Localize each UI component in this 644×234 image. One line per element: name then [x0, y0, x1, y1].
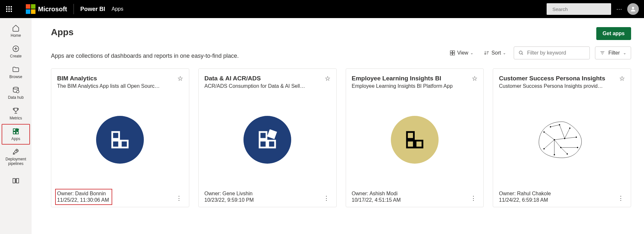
- svg-rect-35: [416, 141, 422, 148]
- app-card-owner: Owner: Gene Livshin: [204, 191, 254, 197]
- app-card-more-button[interactable]: ⋮: [469, 193, 478, 203]
- svg-rect-29: [260, 132, 266, 139]
- apps-card-grid: BIM AnalyticsThe BIM Analytics App lists…: [51, 68, 631, 207]
- svg-rect-12: [16, 128, 19, 131]
- svg-rect-30: [260, 141, 266, 148]
- filter-icon: [600, 50, 605, 56]
- book-open-icon: [12, 177, 20, 185]
- app-card-title: Employee Learning Insights BI: [352, 75, 453, 83]
- view-dropdown[interactable]: View ⌄: [447, 48, 476, 58]
- microsoft-logo: Microsoft: [26, 4, 67, 14]
- svg-point-7: [16, 90, 19, 93]
- app-card-timestamp: 11/25/22, 11:30:06 AM: [57, 197, 109, 203]
- app-card-description: Customer Success Persona Insights provid…: [499, 83, 605, 89]
- app-card-description: ACR/ADS Consumption for Data & AI Sell…: [204, 83, 305, 89]
- header-separator: [74, 4, 74, 14]
- app-card-timestamp: 11/24/22, 6:59:18 AM: [499, 197, 551, 203]
- nav-metrics[interactable]: Metrics: [2, 103, 30, 124]
- filter-button[interactable]: Filter ⌄: [595, 46, 631, 59]
- app-card-thumbnail: [57, 89, 183, 191]
- nav-create-label: Create: [10, 54, 22, 58]
- app-card-more-button[interactable]: ⋮: [175, 193, 183, 203]
- sort-label: Sort: [491, 50, 501, 56]
- folder-icon: [12, 66, 20, 73]
- app-card-more-button[interactable]: ⋮: [617, 193, 625, 203]
- nav-home-label: Home: [11, 33, 21, 38]
- nav-deployment-pipelines[interactable]: Deployment pipelines: [2, 145, 30, 169]
- page-subtitle: Apps are collections of dashboards and r…: [51, 53, 239, 59]
- home-icon: [12, 24, 20, 32]
- page-title: Apps: [51, 27, 74, 37]
- header-more-button[interactable]: ⋯: [616, 5, 622, 13]
- svg-line-58: [554, 140, 561, 148]
- app-icon: [243, 116, 291, 164]
- app-card[interactable]: BIM AnalyticsThe BIM Analytics App lists…: [51, 68, 189, 207]
- main-content: Apps Get apps Apps are collections of da…: [32, 18, 644, 234]
- breadcrumb[interactable]: Apps: [112, 6, 123, 12]
- rocket-icon: [12, 148, 20, 156]
- product-brand[interactable]: Power BI: [80, 6, 105, 13]
- svg-rect-34: [407, 141, 414, 148]
- app-card[interactable]: Customer Success Persona InsightsCustome…: [493, 68, 631, 207]
- view-label: View: [457, 50, 468, 56]
- svg-rect-32: [268, 130, 276, 138]
- nav-metrics-label: Metrics: [10, 116, 22, 120]
- favorite-star-button[interactable]: ☆: [472, 75, 478, 82]
- app-card-thumbnail: [352, 89, 478, 191]
- app-card[interactable]: Employee Learning Insights BIEmployee Le…: [346, 68, 484, 207]
- apps-icon: [12, 127, 20, 135]
- chevron-down-icon: ⌄: [503, 51, 506, 55]
- app-launcher-button[interactable]: [0, 0, 18, 18]
- nav-data-hub-label: Data hub: [8, 95, 24, 100]
- svg-point-21: [519, 51, 522, 54]
- favorite-star-button[interactable]: ☆: [177, 75, 183, 82]
- app-card[interactable]: Data & AI ACR/ADSACR/ADS Consumption for…: [198, 68, 337, 207]
- nav-create[interactable]: Create: [2, 41, 30, 62]
- plus-circle-icon: [12, 45, 20, 53]
- global-search[interactable]: [547, 3, 611, 15]
- favorite-star-button[interactable]: ☆: [619, 75, 625, 82]
- app-card-thumbnail: [204, 89, 331, 191]
- favorite-star-button[interactable]: ☆: [325, 75, 331, 82]
- app-card-title: Data & AI ACR/ADS: [204, 75, 305, 83]
- svg-rect-16: [450, 53, 452, 55]
- filter-keyword-input-wrap[interactable]: [514, 46, 590, 59]
- app-card-thumbnail: [499, 89, 625, 191]
- app-card-owner: Owner: David Bonnin: [57, 191, 109, 197]
- sort-dropdown[interactable]: Sort ⌄: [481, 48, 509, 58]
- svg-rect-9: [13, 129, 15, 131]
- nav-apps-label: Apps: [11, 137, 20, 141]
- svg-line-52: [565, 137, 576, 138]
- svg-rect-14: [450, 51, 452, 53]
- nav-browse-label: Browse: [9, 75, 22, 79]
- app-icon: [96, 116, 144, 164]
- svg-line-54: [561, 148, 567, 154]
- svg-line-50: [560, 125, 565, 138]
- get-apps-button[interactable]: Get apps: [596, 27, 631, 40]
- nav-workspaces[interactable]: [2, 170, 30, 191]
- app-card-description: Employee Learning Insights BI Platform A…: [352, 83, 453, 89]
- app-card-more-button[interactable]: ⋮: [322, 193, 331, 203]
- app-card-title: BIM Analytics: [57, 75, 160, 83]
- database-icon: [12, 86, 20, 94]
- nav-home[interactable]: Home: [2, 21, 30, 41]
- svg-rect-33: [407, 132, 414, 139]
- person-icon: [630, 6, 636, 12]
- left-nav: Home Create Browse Data hub Metrics Apps…: [0, 18, 32, 234]
- search-input[interactable]: [552, 6, 614, 12]
- svg-point-13: [16, 150, 17, 151]
- app-card-timestamp: 10/17/22, 4:51:15 AM: [352, 197, 401, 203]
- nav-browse[interactable]: Browse: [2, 62, 30, 83]
- filter-keyword-input[interactable]: [527, 50, 585, 56]
- nav-pipelines-label: Deployment pipelines: [2, 157, 29, 166]
- nav-data-hub[interactable]: Data hub: [2, 83, 30, 103]
- microsoft-word: Microsoft: [38, 5, 67, 13]
- app-icon: [391, 116, 439, 164]
- svg-rect-26: [112, 132, 119, 139]
- waffle-icon: [6, 6, 12, 12]
- account-avatar[interactable]: [627, 3, 639, 15]
- chevron-down-icon: ⌄: [470, 51, 473, 55]
- svg-rect-27: [112, 141, 119, 148]
- app-card-owner: Owner: Ashish Modi: [352, 191, 401, 197]
- nav-apps[interactable]: Apps: [2, 124, 30, 145]
